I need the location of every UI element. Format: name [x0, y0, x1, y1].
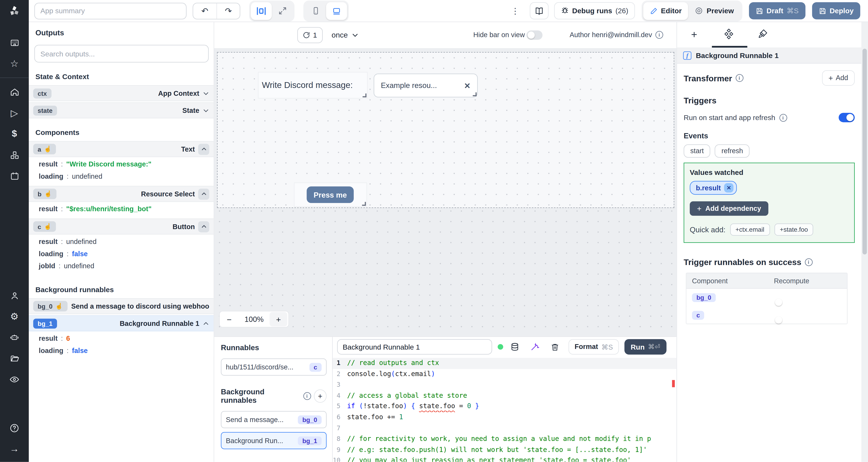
- add-bg-runnable-button[interactable]: +: [314, 390, 327, 403]
- desktop-view-button[interactable]: [326, 2, 347, 20]
- tab-component-settings[interactable]: [711, 29, 746, 39]
- runnable-item-c[interactable]: hub/1511/discord/se... c: [221, 358, 327, 375]
- code-line[interactable]: 2console.log(ctx.email): [333, 369, 677, 380]
- bg1-row-selected[interactable]: bg_1 Background Runnable 1: [29, 315, 214, 331]
- remove-dependency-icon[interactable]: ✕: [724, 183, 734, 193]
- delete-trash-icon[interactable]: [546, 343, 563, 351]
- code-line[interactable]: 4// access a global state store: [333, 390, 677, 401]
- format-button[interactable]: Format ⌘S: [568, 339, 619, 355]
- hide-bar-toggle[interactable]: [526, 31, 542, 40]
- zoom-in-button[interactable]: +: [270, 312, 287, 327]
- refresh-count: 1: [313, 31, 317, 39]
- ai-wand-icon[interactable]: [526, 342, 543, 351]
- collapse-arrow-icon[interactable]: →: [0, 439, 29, 460]
- run-button[interactable]: Run ⌘⏎: [624, 339, 666, 355]
- tab-add-component[interactable]: +: [677, 29, 711, 41]
- canvas-zoom-control: − 100% +: [219, 311, 289, 328]
- run-on-start-toggle[interactable]: [839, 113, 855, 122]
- centered-layout-button[interactable]: [251, 2, 272, 20]
- resize-handle[interactable]: [363, 94, 367, 97]
- mobile-view-button[interactable]: [305, 2, 326, 20]
- page-scrollbar[interactable]: [861, 22, 868, 462]
- cache-database-icon[interactable]: [506, 342, 523, 351]
- zoom-out-button[interactable]: −: [220, 315, 239, 324]
- scrollbar-thumb[interactable]: [862, 48, 867, 254]
- code-line[interactable]: 5if (!state.foo) { state.foo = 0 }: [333, 401, 677, 412]
- full-width-button[interactable]: [272, 2, 293, 20]
- draft-button[interactable]: Draft ⌘S: [749, 2, 805, 19]
- audit-eye-icon[interactable]: [0, 369, 29, 390]
- output-row-ctx[interactable]: ctx App Context: [29, 85, 214, 101]
- tab-preview[interactable]: Preview: [688, 2, 740, 20]
- code-line[interactable]: 1// read outputs and ctx: [333, 358, 677, 369]
- component-row-c[interactable]: c☝ Button: [29, 219, 214, 234]
- resource-select-component[interactable]: Example resou... ✕: [374, 73, 478, 97]
- workers-robot-icon[interactable]: [0, 327, 29, 348]
- variables-icon[interactable]: $: [0, 123, 29, 144]
- chevron-down-icon[interactable]: [203, 107, 209, 113]
- quick-add-state-foo[interactable]: +state.foo: [774, 224, 813, 236]
- settings-gear-icon[interactable]: ⚙: [0, 306, 29, 327]
- component-b-type: Resource Select: [141, 190, 195, 198]
- collapse-chevron-button[interactable]: [198, 188, 209, 199]
- more-menu-button[interactable]: ⋮: [508, 6, 522, 16]
- collapse-chevron-button[interactable]: [198, 143, 209, 155]
- info-icon[interactable]: i: [805, 258, 812, 266]
- windmill-logo[interactable]: [0, 0, 29, 22]
- help-icon[interactable]: [0, 418, 29, 439]
- app-grid-zone[interactable]: Write Discord message: Example resou... …: [217, 52, 674, 208]
- resize-handle[interactable]: [362, 202, 366, 206]
- user-icon[interactable]: [0, 285, 29, 306]
- code-line[interactable]: 10// you may also just reassign as next …: [333, 455, 677, 462]
- chevron-up-icon[interactable]: [203, 320, 209, 327]
- press-me-button[interactable]: Press me: [307, 186, 353, 203]
- docs-book-button[interactable]: [529, 2, 548, 19]
- runs-icon[interactable]: ▷: [0, 102, 29, 124]
- info-icon[interactable]: i: [303, 392, 311, 400]
- tab-editor[interactable]: Editor: [643, 2, 688, 20]
- code-line[interactable]: 6state.foo += 1: [333, 412, 677, 423]
- collapse-chevron-button[interactable]: [198, 221, 209, 232]
- add-dependency-button[interactable]: +Add dependency: [690, 201, 768, 216]
- runnable-item-bg1-selected[interactable]: Background Run... bg_1: [221, 432, 327, 449]
- home-icon[interactable]: [0, 81, 29, 102]
- undo-button[interactable]: ↶: [193, 3, 217, 19]
- info-icon[interactable]: i: [655, 31, 663, 39]
- code-line[interactable]: 3: [333, 380, 677, 391]
- favorites-star-icon[interactable]: ☆: [0, 53, 29, 74]
- output-row-state[interactable]: state State: [29, 102, 214, 119]
- text-component[interactable]: Write Discord message:: [258, 72, 367, 98]
- add-transformer-button[interactable]: +Add: [822, 70, 855, 86]
- workspace-icon[interactable]: [0, 32, 29, 53]
- tab-styling[interactable]: [746, 29, 780, 39]
- resources-icon[interactable]: [0, 144, 29, 165]
- code-area[interactable]: 1// read outputs and ctx2console.log(ctx…: [333, 357, 677, 462]
- refresh-count-button[interactable]: 1: [297, 27, 323, 43]
- search-outputs-input[interactable]: [34, 45, 209, 62]
- deploy-button[interactable]: Deploy: [812, 2, 860, 19]
- redo-button[interactable]: ↷: [216, 3, 240, 19]
- runnable-name-input[interactable]: [337, 339, 492, 355]
- debug-runs-button[interactable]: Debug runs (26): [554, 2, 635, 19]
- run-kbd: ⌘⏎: [648, 343, 660, 351]
- folders-icon[interactable]: [0, 348, 29, 369]
- clear-select-icon[interactable]: ✕: [464, 81, 471, 90]
- app-summary-input[interactable]: [34, 2, 187, 19]
- button-component-wrapper[interactable]: Press me: [294, 183, 367, 206]
- code-line[interactable]: 9// e.g: state.foo.push(1) will not work…: [333, 444, 677, 455]
- app-canvas[interactable]: Write Discord message: Example resou... …: [214, 48, 677, 336]
- schedule-dropdown[interactable]: once: [332, 27, 359, 43]
- quick-add-ctx-email[interactable]: +ctx.email: [730, 224, 770, 236]
- chevron-down-icon[interactable]: [203, 90, 209, 97]
- code-line[interactable]: 7: [333, 423, 677, 434]
- component-row-b[interactable]: b☝ Resource Select: [29, 186, 214, 202]
- info-icon[interactable]: i: [735, 74, 743, 82]
- runnable-item-bg0[interactable]: Send a message... bg_0: [221, 411, 327, 428]
- resize-handle[interactable]: [473, 92, 476, 96]
- paintbrush-icon: [758, 29, 768, 39]
- component-row-a[interactable]: a☝ Text: [29, 141, 214, 157]
- bg0-row[interactable]: bg_0☝ Send a message to discord using we…: [29, 298, 214, 314]
- info-icon[interactable]: i: [779, 113, 787, 122]
- code-line[interactable]: 8// for reactivity to work, you need to …: [333, 434, 677, 444]
- schedules-icon[interactable]: [0, 165, 29, 187]
